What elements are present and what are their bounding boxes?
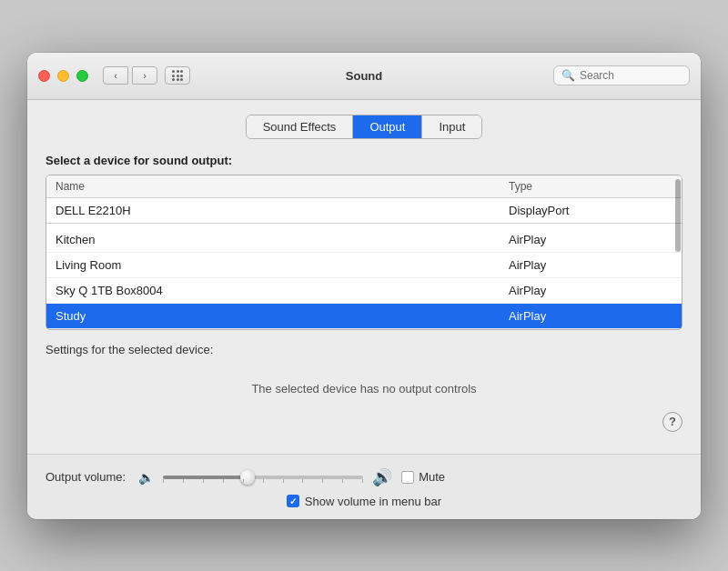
help-button[interactable]: ? bbox=[662, 412, 682, 432]
tab-output[interactable]: Output bbox=[353, 115, 422, 138]
section-title: Select a device for sound output: bbox=[46, 154, 682, 167]
grid-view-button[interactable] bbox=[165, 66, 190, 85]
forward-icon: › bbox=[143, 70, 147, 81]
device-row-selected[interactable]: Study AirPlay bbox=[46, 304, 682, 329]
device-name: DELL E2210H bbox=[56, 204, 509, 217]
tab-group: Sound Effects Output Input bbox=[246, 115, 483, 139]
device-name: Sky Q 1TB Box8004 bbox=[56, 284, 509, 297]
search-input[interactable] bbox=[580, 69, 682, 82]
device-type: AirPlay bbox=[509, 309, 672, 323]
tab-sound-effects[interactable]: Sound Effects bbox=[247, 115, 354, 138]
help-icon: ? bbox=[669, 415, 676, 428]
slider-tick bbox=[362, 479, 363, 483]
slider-tick bbox=[263, 479, 264, 483]
slider-tick bbox=[342, 479, 343, 483]
volume-label: Output volume: bbox=[46, 470, 126, 484]
slider-tick bbox=[203, 479, 204, 483]
slider-tick bbox=[183, 479, 184, 483]
back-icon: ‹ bbox=[114, 70, 117, 81]
slider-tick bbox=[243, 479, 244, 483]
slider-tick bbox=[163, 479, 164, 483]
back-button[interactable]: ‹ bbox=[103, 66, 128, 85]
main-window: ‹ › Sound 🔍 Sound Effects Output bbox=[27, 53, 701, 519]
close-button[interactable] bbox=[38, 70, 50, 82]
volume-high-icon: 🔊 bbox=[372, 467, 392, 487]
tab-input[interactable]: Input bbox=[422, 115, 481, 138]
col-header-type: Type bbox=[509, 180, 672, 193]
slider-tick bbox=[223, 479, 224, 483]
settings-label: Settings for the selected device: bbox=[46, 343, 682, 356]
mute-container: Mute bbox=[401, 470, 445, 484]
show-volume-checkbox[interactable] bbox=[287, 495, 299, 507]
traffic-lights bbox=[38, 70, 88, 82]
device-row[interactable]: Sky Q 1TB Box8004 AirPlay bbox=[46, 278, 682, 304]
device-type: AirPlay bbox=[509, 284, 672, 297]
title-bar: ‹ › Sound 🔍 bbox=[27, 53, 701, 100]
window-title: Sound bbox=[346, 69, 382, 83]
slider-tick bbox=[283, 479, 284, 483]
volume-row: Output volume: 🔈 bbox=[46, 467, 682, 487]
device-type: AirPlay bbox=[509, 233, 672, 246]
device-row[interactable]: DELL E2210H DisplayPort bbox=[46, 198, 682, 224]
device-name: Study bbox=[56, 309, 509, 323]
nav-buttons: ‹ › bbox=[103, 66, 157, 85]
forward-button[interactable]: › bbox=[132, 66, 157, 85]
tabs-container: Sound Effects Output Input bbox=[46, 115, 682, 139]
device-name: Kitchen bbox=[56, 233, 509, 246]
device-row[interactable]: Living Room AirPlay bbox=[46, 253, 682, 278]
no-controls-message: The selected device has no output contro… bbox=[46, 364, 682, 405]
device-list-header: Name Type bbox=[46, 175, 682, 198]
grid-icon bbox=[172, 70, 183, 81]
slider-tick bbox=[302, 479, 303, 483]
bottom-controls: Output volume: 🔈 bbox=[27, 454, 701, 519]
mute-checkbox[interactable] bbox=[401, 471, 414, 484]
device-name: Living Room bbox=[56, 258, 509, 272]
content-area: Sound Effects Output Input Select a devi… bbox=[27, 100, 701, 454]
slider-tick bbox=[322, 479, 323, 483]
scrollbar-track[interactable] bbox=[674, 175, 682, 329]
device-list: Name Type DELL E2210H DisplayPort Kitche… bbox=[46, 175, 682, 330]
maximize-button[interactable] bbox=[76, 70, 88, 82]
col-header-name: Name bbox=[56, 180, 509, 193]
mute-label: Mute bbox=[419, 470, 445, 484]
show-menu-bar-row: Show volume in menu bar bbox=[46, 495, 682, 508]
volume-slider-container bbox=[163, 470, 363, 485]
device-type: AirPlay bbox=[509, 258, 672, 272]
help-btn-container: ? bbox=[46, 405, 682, 436]
device-list-body: DELL E2210H DisplayPort Kitchen AirPlay … bbox=[46, 198, 682, 329]
device-type: DisplayPort bbox=[509, 204, 672, 217]
minimize-button[interactable] bbox=[57, 70, 69, 82]
search-icon: 🔍 bbox=[561, 69, 575, 82]
show-volume-label: Show volume in menu bar bbox=[305, 495, 441, 508]
volume-low-icon: 🔈 bbox=[138, 470, 154, 485]
slider-ticks bbox=[163, 479, 363, 483]
device-row[interactable]: Kitchen AirPlay bbox=[46, 227, 682, 253]
search-bar[interactable]: 🔍 bbox=[553, 65, 690, 85]
scrollbar-thumb[interactable] bbox=[675, 179, 681, 252]
